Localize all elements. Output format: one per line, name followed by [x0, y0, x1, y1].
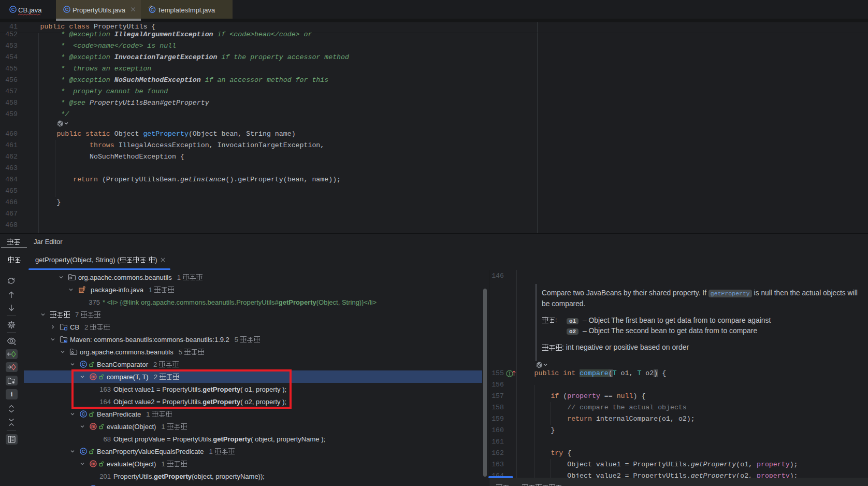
svg-text:C: C	[11, 7, 15, 12]
svg-text:C: C	[82, 449, 85, 454]
svg-text:m: m	[91, 424, 95, 429]
svg-text:C: C	[151, 7, 154, 12]
svg-text:C: C	[82, 362, 85, 367]
svg-text:C: C	[82, 411, 85, 417]
svg-text:C: C	[65, 7, 69, 12]
svg-text:m: m	[91, 461, 95, 466]
